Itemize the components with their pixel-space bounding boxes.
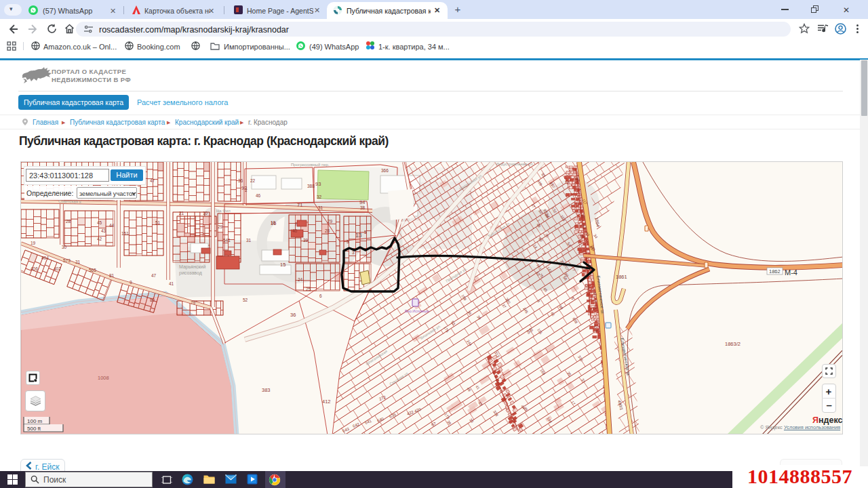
svg-text:44: 44 [109,223,115,228]
svg-text:36: 36 [290,312,296,318]
svg-text:388: 388 [307,184,315,188]
svg-text:13: 13 [355,232,362,239]
svg-text:Индустриальная ул.: Индустриальная ул. [496,162,534,166]
svg-text:19: 19 [31,241,36,245]
svg-text:42: 42 [97,237,102,241]
svg-text:6: 6 [319,293,322,298]
svg-text:1863/2: 1863/2 [725,341,741,347]
svg-text:541: 541 [223,238,231,243]
svg-text:15: 15 [280,262,285,268]
svg-text:565: 565 [89,268,96,272]
svg-text:Прогрессивный пер.: Прогрессивный пер. [291,163,330,167]
svg-text:81: 81 [109,273,115,278]
svg-text:80: 80 [150,298,155,302]
svg-text:100 m: 100 m [27,418,43,424]
svg-text:383: 383 [262,387,271,393]
svg-text:38: 38 [360,205,366,210]
svg-text:47: 47 [151,273,157,278]
svg-text:41: 41 [169,281,174,286]
svg-text:47: 47 [150,178,155,183]
svg-text:31: 31 [75,260,81,264]
svg-text:М-4: М-4 [785,268,797,277]
svg-text:406: 406 [31,266,38,271]
svg-text:5: 5 [347,239,349,244]
svg-text:71: 71 [297,202,302,208]
svg-text:366: 366 [381,168,389,173]
svg-text:51: 51 [155,220,161,225]
svg-text:45: 45 [97,220,102,225]
svg-text:21: 21 [179,211,184,216]
svg-text:29: 29 [218,224,223,229]
svg-text:36: 36 [238,178,243,183]
svg-text:30: 30 [62,245,67,249]
svg-text:573: 573 [63,258,71,263]
svg-text:46: 46 [256,193,261,198]
svg-text:рисозавод: рисозавод [179,270,202,276]
svg-text:Вер.Исповедн: Вер.Исповедн [405,309,429,313]
svg-text:1861: 1861 [616,274,627,280]
svg-text:40: 40 [292,228,298,233]
svg-text:31: 31 [318,205,323,210]
svg-text:25: 25 [306,287,311,291]
svg-text:1008: 1008 [98,375,109,381]
svg-text:43: 43 [101,228,106,233]
svg-text:151: 151 [121,231,129,236]
svg-text:412: 412 [322,399,331,405]
svg-text:5: 5 [364,230,367,235]
svg-text:31: 31 [246,238,252,243]
svg-text:22: 22 [250,178,256,183]
svg-text:402: 402 [54,266,61,271]
svg-text:16: 16 [271,220,276,226]
svg-text:28: 28 [66,219,71,224]
svg-text:52: 52 [243,298,248,302]
svg-text:39: 39 [303,238,309,243]
svg-text:На Фил: На Фил [216,209,231,213]
svg-text:24: 24 [298,277,303,282]
svg-text:93: 93 [315,181,321,187]
svg-text:500 ft: 500 ft [27,426,41,432]
svg-text:404: 404 [41,256,49,260]
svg-text:79: 79 [191,300,196,305]
svg-text:10: 10 [203,211,208,216]
svg-text:9: 9 [130,280,132,285]
svg-text:92: 92 [241,185,247,191]
svg-text:32: 32 [317,195,322,199]
svg-text:28: 28 [325,228,330,233]
svg-text:Марьянский: Марьянский [179,264,205,270]
svg-text:29: 29 [328,219,333,224]
svg-text:1862: 1862 [769,268,781,274]
svg-text:7: 7 [294,222,297,228]
svg-text:94: 94 [359,199,365,205]
